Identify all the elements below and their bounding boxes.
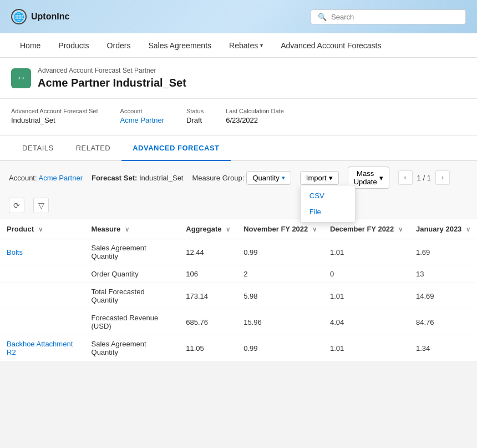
field-account-link[interactable]: Acme Partner [120,116,164,124]
import-menu-file[interactable]: File [301,204,355,220]
jan-cell: 14.69 [409,283,477,309]
measure-cell: Forecasted Revenue (USD) [85,309,180,335]
toolbar-measure-group-label: Measure Group: [192,174,244,182]
search-input[interactable] [331,13,459,21]
col-header-aggregate[interactable]: Aggregate ∨ [179,219,237,239]
product-empty [0,265,85,283]
jan-sort-icon: ∨ [466,226,470,233]
field-account: Account Acme Partner [120,108,164,124]
nav-item-advanced-account-forecasts[interactable]: Advanced Account Forecasts [272,33,390,58]
refresh-icon: ⟳ [13,201,20,210]
nov-cell: 2 [237,265,323,283]
toolbar-measure-group: Measure Group: Quantity ▾ [192,171,291,185]
field-status-label: Status [186,108,204,114]
nov-cell: 15.96 [237,309,323,335]
import-menu-csv[interactable]: CSV [301,188,355,204]
nav-bar: Home Products Orders Sales Agreements Re… [0,33,477,58]
toolbar-account: Account: Acme Partner [9,174,83,182]
tab-related[interactable]: Related [65,136,122,161]
dec-cell: 1.01 [323,239,409,265]
import-label: Import [306,174,327,182]
search-box[interactable]: 🔍 [311,9,466,24]
field-forecast-set-value: Industrial_Set [11,116,98,124]
col-header-jan-2023[interactable]: January 2023 ∨ [409,219,477,239]
col-header-product[interactable]: Product ∨ [0,219,85,239]
jan-cell: 84.76 [409,309,477,335]
pagination-next-button[interactable]: › [435,170,450,185]
measure-group-select-button[interactable]: Quantity ▾ [246,171,291,185]
field-status: Status Draft [186,108,204,124]
nav-item-rebates[interactable]: Rebates ▾ [220,33,272,58]
nav-item-sales-agreements[interactable]: Sales Agreements [139,33,220,58]
record-icon: ↔ [11,68,31,88]
field-forecast-set: Advanced Account Forecast Set Industrial… [11,108,98,124]
import-dropdown-menu: CSV File [300,185,356,223]
measure-cell: Sales Agreement Quantity [85,335,180,361]
forecast-table: Product ∨ Measure ∨ Aggregate ∨ November… [0,219,477,361]
fields-row: Advanced Account Forecast Set Industrial… [0,99,477,136]
logo: 🌐 UptonInc [11,9,69,24]
dec-cell: 0 [323,265,409,283]
table-row: Bolts Sales Agreement Quantity 12.44 0.9… [0,239,477,265]
field-status-value: Draft [186,116,204,124]
jan-cell: 13 [409,265,477,283]
record-title: Acme Partner Industrial_Set [38,77,186,89]
jan-cell: 1.34 [409,335,477,361]
search-icon: 🔍 [318,13,327,21]
rebates-chevron-icon: ▾ [260,42,263,48]
dec-cell: 1.01 [323,283,409,309]
measure-group-arrow-icon: ▾ [282,174,285,182]
toolbar-forecast-set-value: Industrial_Set [139,174,184,182]
toolbar-account-label: Account: [9,174,37,182]
refresh-button[interactable]: ⟳ [9,198,24,213]
product-bolts[interactable]: Bolts [0,239,85,265]
filter-button[interactable]: ▽ [33,198,49,213]
nav-item-products[interactable]: Products [49,33,98,58]
tab-details[interactable]: Details [11,136,65,161]
nav-item-home[interactable]: Home [11,33,49,58]
table-row: Forecasted Revenue (USD) 685.76 15.96 4.… [0,309,477,335]
col-header-measure[interactable]: Measure ∨ [85,219,180,239]
next-icon: › [442,174,444,182]
nov-cell: 5.98 [237,283,323,309]
tab-advanced-forecast[interactable]: Advanced Forecast [121,136,230,161]
measure-cell: Sales Agreement Quantity [85,239,180,265]
field-forecast-set-label: Advanced Account Forecast Set [11,108,98,114]
dec-sort-icon: ∨ [398,226,403,233]
jan-cell: 1.69 [409,239,477,265]
pagination-prev-button[interactable]: ‹ [398,170,413,185]
aggregate-cell: 106 [179,265,237,283]
mass-update-label: MassUpdate [354,169,377,186]
table-row: Total Forecasted Quantity 173.14 5.98 1.… [0,283,477,309]
pagination-total: 1 [427,174,431,182]
record-object-label: Advanced Account Forecast Set Partner [38,67,186,74]
product-backhoe[interactable]: Backhoe Attachment R2 [0,335,85,361]
measure-sort-icon: ∨ [125,226,129,233]
product-empty [0,309,85,335]
import-button[interactable]: Import ▾ [300,171,339,185]
measure-cell: Total Forecasted Quantity [85,283,180,309]
toolbar-account-link[interactable]: Acme Partner [39,174,83,182]
table-row: Order Quantity 106 2 0 13 [0,265,477,283]
aggregate-cell: 12.44 [179,239,237,265]
measure-cell: Order Quantity [85,265,180,283]
nov-cell: 0.99 [237,335,323,361]
nov-cell: 0.99 [237,239,323,265]
nov-sort-icon: ∨ [312,226,317,233]
toolbar-forecast-set: Forecast Set: Industrial_Set [92,174,184,182]
tabs-bar: Details Related Advanced Forecast [0,136,477,161]
pagination-current: 1 [417,174,421,182]
record-header: ↔ Advanced Account Forecast Set Partner … [0,58,477,99]
field-account-label: Account [120,108,164,114]
aggregate-cell: 685.76 [179,309,237,335]
dec-cell: 1.01 [323,335,409,361]
table-row: Backhoe Attachment R2 Sales Agreement Qu… [0,335,477,361]
product-empty [0,283,85,309]
field-last-calc-date-label: Last Calculation Date [226,108,284,114]
pagination-info: 1 / 1 [415,174,433,182]
prev-icon: ‹ [404,174,407,182]
aggregate-cell: 11.05 [179,335,237,361]
toolbar-forecast-set-label: Forecast Set: [92,174,137,182]
mass-update-arrow-icon: ▾ [379,174,383,182]
nav-item-orders[interactable]: Orders [98,33,140,58]
